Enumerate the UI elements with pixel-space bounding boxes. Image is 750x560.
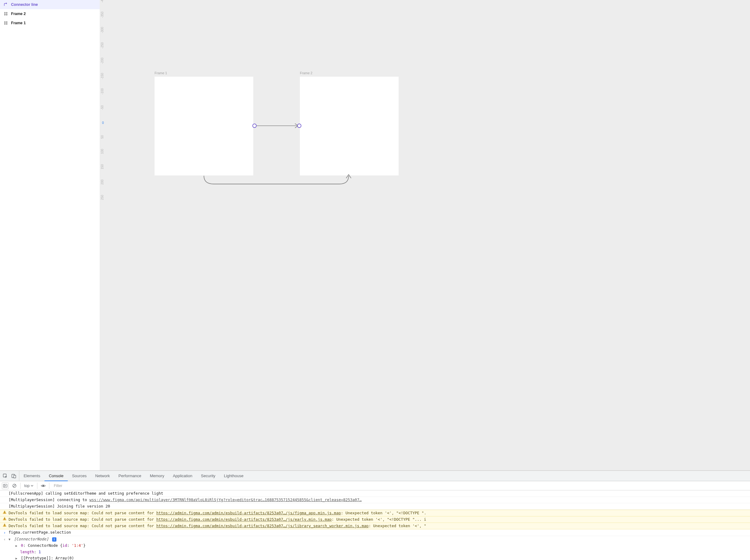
console-input-echo: › figma.currentPage.selection xyxy=(0,529,750,536)
svg-rect-11 xyxy=(4,512,5,513)
svg-point-10 xyxy=(43,485,44,486)
devtools-panel: Elements Console Sources Network Perform… xyxy=(0,471,750,560)
link[interactable]: https://admin.figma.com/admin/esbuild-ar… xyxy=(156,511,341,515)
console-output[interactable]: [FullscreenApp] calling setEditorTheme a… xyxy=(0,491,750,560)
info-badge-icon[interactable]: i xyxy=(52,537,56,542)
tab-memory[interactable]: Memory xyxy=(146,471,169,481)
frame-1[interactable]: Frame 1 xyxy=(155,77,253,175)
tab-application[interactable]: Application xyxy=(169,471,197,481)
canvas[interactable]: -400 -350 -300 -250 -200 -150 -100 -50 0… xyxy=(100,0,750,471)
svg-point-1 xyxy=(253,124,256,127)
frame-label: Frame 2 xyxy=(300,71,312,75)
warning-icon xyxy=(2,523,7,527)
log-row: [MultiplayerSession] connecting to wss:/… xyxy=(0,497,750,503)
log-row: [MultiplayerSession] Joining file versio… xyxy=(0,503,750,510)
frame-2[interactable]: Frame 2 xyxy=(300,77,399,175)
link[interactable]: https://admin.figma.com/admin/esbuild-ar… xyxy=(156,523,369,528)
tab-performance[interactable]: Performance xyxy=(114,471,145,481)
svg-point-2 xyxy=(298,124,301,127)
layer-label: Frame 1 xyxy=(11,21,26,25)
devtools-tabs: Elements Console Sources Network Perform… xyxy=(0,471,750,481)
svg-line-9 xyxy=(13,484,16,487)
vertical-ruler: -400 -350 -300 -250 -200 -150 -100 -50 0… xyxy=(100,0,105,471)
connector-icon xyxy=(3,2,8,7)
sidebar-toggle-icon[interactable] xyxy=(2,482,8,489)
layer-label: Connector line xyxy=(11,2,38,7)
tab-network[interactable]: Network xyxy=(91,471,114,481)
curved-connector-start xyxy=(201,173,208,179)
link[interactable]: wss://www.figma.com/api/multiplayer/3MTR… xyxy=(89,497,362,502)
tab-elements[interactable]: Elements xyxy=(19,471,44,481)
svg-rect-15 xyxy=(4,524,5,526)
tab-security[interactable]: Security xyxy=(197,471,220,481)
console-result[interactable]: ‹ ▼ [ConnectorNode] i ▶ 0: ConnectorNode… xyxy=(0,536,750,560)
layer-item-frame2[interactable]: Frame 2 xyxy=(0,9,100,18)
chevron-down-icon xyxy=(31,484,34,487)
warning-icon xyxy=(2,517,7,520)
svg-rect-13 xyxy=(4,518,5,519)
log-row-warning: DevTools failed to load source map: Coul… xyxy=(0,510,750,517)
layers-panel: Connector line Frame 2 Frame 1 xyxy=(0,0,100,471)
frame-label: Frame 1 xyxy=(155,71,167,75)
clear-console-icon[interactable] xyxy=(11,482,18,489)
log-row: [FullscreenApp] calling setEditorTheme a… xyxy=(0,491,750,497)
context-selector[interactable]: top xyxy=(23,484,35,488)
tab-lighthouse[interactable]: Lighthouse xyxy=(220,471,248,481)
eye-icon[interactable] xyxy=(40,482,47,489)
log-row-warning: DevTools failed to load source map: Coul… xyxy=(0,517,750,523)
frame-icon xyxy=(3,11,8,17)
log-row-warning: DevTools failed to load source map: Coul… xyxy=(0,523,750,529)
inspect-icon[interactable] xyxy=(2,473,8,479)
layer-item-frame1[interactable]: Frame 1 xyxy=(0,18,100,27)
curved-connector xyxy=(201,173,352,192)
svg-rect-5 xyxy=(14,475,16,478)
frame-icon xyxy=(3,20,8,26)
tab-console[interactable]: Console xyxy=(44,471,68,481)
link[interactable]: https://admin.figma.com/admin/esbuild-ar… xyxy=(156,517,332,522)
layer-label: Frame 2 xyxy=(11,12,26,16)
device-toggle-icon[interactable] xyxy=(11,473,17,479)
layer-item-connector[interactable]: Connector line xyxy=(0,0,100,9)
connector-selected[interactable] xyxy=(251,123,302,128)
tab-sources[interactable]: Sources xyxy=(68,471,91,481)
warning-icon xyxy=(2,510,7,514)
filter-input[interactable] xyxy=(52,484,748,488)
console-toolbar: top xyxy=(0,481,750,491)
